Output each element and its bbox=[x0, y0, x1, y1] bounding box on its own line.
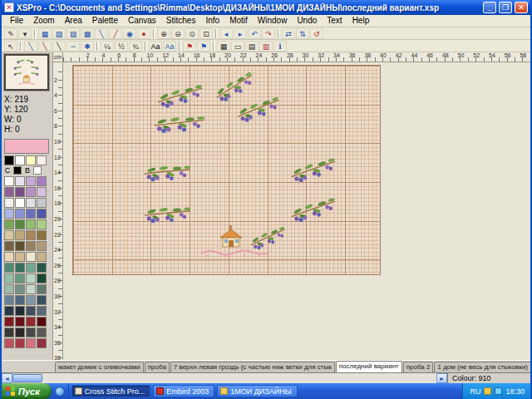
palette-colour-swatch[interactable] bbox=[15, 328, 25, 337]
palette-colour-swatch[interactable] bbox=[37, 187, 47, 197]
palette-colour-swatch[interactable] bbox=[37, 176, 47, 186]
palette-mode-swatch[interactable] bbox=[13, 166, 22, 175]
palette-colour-swatch[interactable] bbox=[26, 198, 36, 208]
design-tab[interactable]: проба bbox=[145, 362, 170, 372]
palette-colour-swatch[interactable] bbox=[4, 338, 14, 348]
palette-colour-swatch[interactable] bbox=[15, 176, 25, 186]
minimize-button[interactable]: _ bbox=[483, 2, 496, 13]
hscroll-left-button[interactable]: ◄ bbox=[2, 373, 12, 383]
flag-red-icon[interactable]: ⚑ bbox=[183, 41, 196, 52]
text-colour-icon[interactable]: Aa bbox=[163, 41, 176, 52]
palette-colour-swatch[interactable] bbox=[4, 273, 14, 283]
grid-toggle-icon[interactable]: ▦ bbox=[217, 41, 230, 52]
palette-colour-swatch[interactable] bbox=[37, 317, 47, 327]
rotate-icon[interactable]: ↺ bbox=[310, 28, 323, 39]
taskbar-task[interactable]: Cross Stitch Pro... bbox=[71, 385, 151, 397]
half-fraction-icon[interactable]: ½ bbox=[115, 41, 128, 52]
taskbar-task[interactable]: 1МОИ ДИЗАЙНЫ bbox=[217, 385, 297, 397]
palette-colour-swatch[interactable] bbox=[15, 338, 25, 348]
bead-icon[interactable]: ● bbox=[137, 28, 150, 39]
design-preview-thumbnail[interactable] bbox=[4, 54, 49, 91]
quarter-fraction-icon[interactable]: ¼ bbox=[101, 41, 114, 52]
menu-area[interactable]: Area bbox=[60, 15, 87, 27]
branch-motif[interactable] bbox=[144, 201, 191, 228]
palette-colour-swatch[interactable] bbox=[26, 187, 36, 197]
three-quarter-stitch-icon[interactable]: ▩ bbox=[81, 28, 94, 39]
palette-colour-swatch[interactable] bbox=[4, 295, 14, 305]
menu-palette[interactable]: Palette bbox=[87, 15, 123, 27]
menu-canvas[interactable]: Canvas bbox=[123, 15, 161, 27]
longstitch-icon[interactable]: ╱ bbox=[109, 28, 122, 39]
palette-colour-swatch[interactable] bbox=[37, 209, 47, 219]
half-stitch-icon[interactable]: ▧ bbox=[52, 28, 66, 39]
palette-colour-swatch[interactable] bbox=[26, 295, 36, 305]
menu-file[interactable]: File bbox=[5, 15, 28, 27]
palette-colour-swatch[interactable] bbox=[4, 284, 14, 294]
palette-colour-swatch[interactable] bbox=[15, 219, 25, 229]
language-indicator[interactable]: RU bbox=[470, 387, 480, 396]
palette-colour-swatch[interactable] bbox=[15, 295, 25, 305]
menu-undo[interactable]: Undo bbox=[292, 15, 322, 27]
scroll-right-icon[interactable]: ▸ bbox=[234, 28, 247, 39]
palette-colour-swatch[interactable] bbox=[4, 263, 14, 273]
branch-motif[interactable] bbox=[290, 198, 337, 224]
palette-colour-swatch[interactable] bbox=[15, 273, 25, 283]
palette-colour-swatch[interactable] bbox=[4, 252, 14, 262]
palette-colour-swatch[interactable] bbox=[37, 263, 47, 273]
palette-colour-swatch[interactable] bbox=[37, 338, 47, 348]
palette-colour-swatch[interactable] bbox=[4, 241, 14, 251]
palette-colour-swatch[interactable] bbox=[37, 198, 47, 208]
menu-info[interactable]: Info bbox=[200, 15, 224, 27]
palette-colour-swatch[interactable] bbox=[4, 230, 14, 240]
palette-colour-swatch[interactable] bbox=[4, 176, 14, 186]
menu-stitches[interactable]: Stitches bbox=[161, 15, 201, 27]
palette-colour-swatch[interactable] bbox=[26, 219, 36, 229]
tray-icon-2[interactable] bbox=[495, 387, 502, 395]
palette-colour-swatch[interactable] bbox=[26, 328, 36, 337]
palette-colour-swatch[interactable] bbox=[26, 241, 36, 251]
mirror-horizontal-icon[interactable]: ⇄ bbox=[282, 28, 295, 39]
hscroll-thumb[interactable] bbox=[12, 374, 42, 382]
design-tab[interactable]: последний вариант bbox=[336, 361, 402, 372]
scroll-left-icon[interactable]: ◂ bbox=[219, 28, 233, 39]
palette-colour-swatch[interactable] bbox=[15, 263, 25, 273]
current-colour-swatch[interactable] bbox=[4, 139, 49, 154]
zoom-in-icon[interactable]: ⊕ bbox=[157, 28, 170, 39]
house-motif[interactable] bbox=[220, 225, 242, 247]
palette-colour-swatch[interactable] bbox=[37, 273, 47, 283]
menu-window[interactable]: Window bbox=[253, 15, 293, 27]
backstitch-medium-icon[interactable]: ╲ bbox=[38, 41, 52, 52]
french-knot-icon[interactable]: ◉ bbox=[123, 28, 136, 39]
menu-zoom[interactable]: Zoom bbox=[28, 15, 60, 27]
palette-colour-swatch[interactable] bbox=[26, 306, 36, 316]
palette-colour-swatch[interactable] bbox=[15, 306, 25, 316]
menu-text[interactable]: Text bbox=[322, 15, 347, 27]
palette-colour-swatch[interactable] bbox=[15, 187, 25, 197]
design-tab[interactable]: макет домик с оливочками bbox=[55, 362, 144, 372]
quick-colour-swatch[interactable] bbox=[15, 155, 25, 165]
palette-colour-swatch[interactable] bbox=[26, 338, 36, 348]
palette-colour-swatch[interactable] bbox=[37, 306, 47, 316]
palette-mode-swatch[interactable] bbox=[33, 166, 42, 175]
pencil-tool-icon[interactable]: ✎ bbox=[4, 28, 17, 39]
zoom-1to1-icon[interactable]: ⊙ bbox=[185, 28, 199, 39]
palette-colour-swatch[interactable] bbox=[26, 209, 36, 219]
branch-motif[interactable] bbox=[290, 158, 337, 184]
printer-icon[interactable]: ▤ bbox=[245, 41, 259, 52]
palette-colour-swatch[interactable] bbox=[4, 317, 14, 327]
palette-colour-swatch[interactable] bbox=[4, 187, 14, 197]
palette-colour-swatch[interactable] bbox=[15, 241, 25, 251]
palette-colour-swatch[interactable] bbox=[15, 209, 25, 219]
ground-motif[interactable] bbox=[201, 250, 268, 257]
palette-colour-swatch[interactable] bbox=[4, 306, 14, 316]
backstitch-thick-icon[interactable]: ╲ bbox=[52, 41, 66, 52]
info-icon[interactable]: ℹ bbox=[273, 41, 287, 52]
backstitch-icon[interactable]: ╲ bbox=[95, 28, 108, 39]
text-tool-icon[interactable]: Aa bbox=[149, 41, 162, 52]
palette-colour-swatch[interactable] bbox=[15, 252, 25, 262]
branch-motif[interactable] bbox=[144, 160, 191, 186]
branch-motif[interactable] bbox=[236, 96, 282, 123]
palette-colour-swatch[interactable] bbox=[37, 252, 47, 262]
quick-launch-icon[interactable] bbox=[55, 387, 65, 397]
palette-colour-swatch[interactable] bbox=[26, 230, 36, 240]
